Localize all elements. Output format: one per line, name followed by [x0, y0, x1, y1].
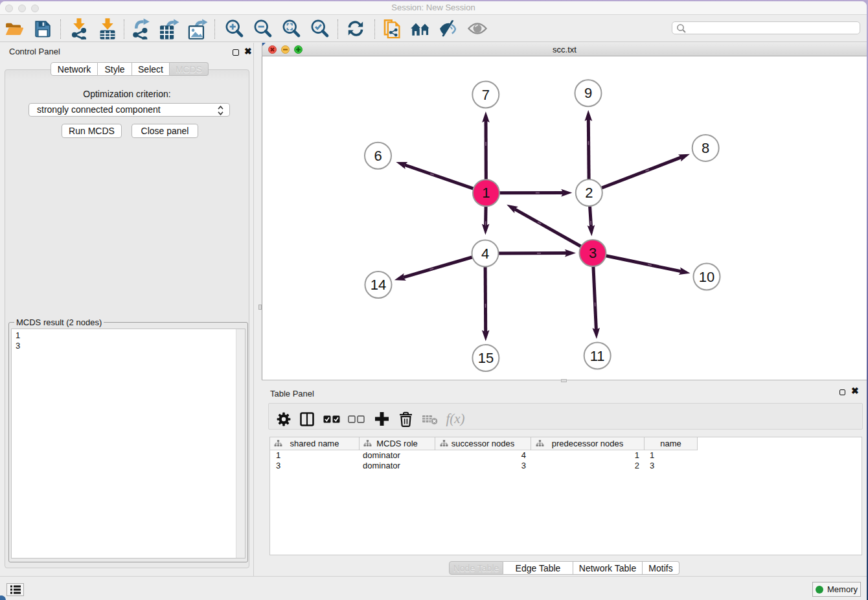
- svg-text:2: 2: [585, 185, 593, 201]
- svg-text:10: 10: [699, 269, 714, 285]
- svg-text:11: 11: [590, 348, 605, 364]
- svg-text:7: 7: [482, 87, 490, 103]
- svg-text:3: 3: [589, 245, 597, 261]
- svg-text:9: 9: [584, 85, 592, 101]
- svg-text:4: 4: [481, 246, 489, 262]
- svg-text:8: 8: [702, 140, 709, 156]
- svg-text:14: 14: [371, 277, 386, 293]
- svg-text:15: 15: [478, 350, 494, 366]
- svg-text:6: 6: [374, 148, 382, 164]
- svg-text:1: 1: [482, 185, 490, 201]
